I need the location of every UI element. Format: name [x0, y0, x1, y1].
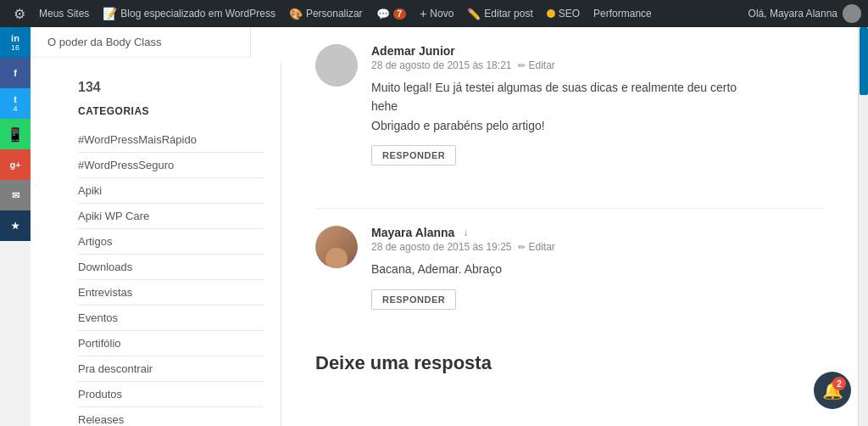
category-item-apiki[interactable]: Apiki	[78, 178, 264, 204]
comment-1-body: Ademar Junior 28 de agosto de 2015 às 18…	[371, 44, 824, 165]
top-article-link[interactable]: O poder da Body Class	[47, 36, 161, 48]
adminbar-new[interactable]: + Novo	[413, 0, 460, 27]
comment-2: Mayara Alanna ↓ 28 de agosto de 2015 às …	[315, 226, 824, 326]
twitter-count: 4	[13, 104, 17, 113]
social-whatsapp[interactable]: 📱	[0, 119, 31, 149]
notification-bell[interactable]: 🔔 2	[814, 372, 851, 409]
adminbar-blog[interactable]: 📝 Blog especializado em WordPress	[96, 0, 282, 27]
social-sidebar: in 16 f t 4 📱 g+ ✉ ★	[0, 27, 31, 241]
adminbar-new-label: Novo	[430, 8, 453, 20]
social-email[interactable]: ✉	[0, 180, 31, 210]
adminbar-comments-count: 7	[393, 8, 407, 20]
scroll-thumb	[860, 27, 868, 95]
avatar-circle-1	[315, 44, 358, 87]
comment-1-date: 28 de agosto de 2015 às 18:21	[371, 59, 511, 71]
avatar-photo-2	[315, 226, 358, 268]
comment-2-meta: 28 de agosto de 2015 às 19:25 ✏ Editar	[371, 241, 824, 253]
category-item-entrevistas[interactable]: Entrevistas	[78, 280, 264, 305]
category-item-wordpressmaisrapido[interactable]: #WordPressMaisRápido	[78, 127, 264, 153]
category-item-eventos[interactable]: Eventos	[78, 305, 264, 331]
main-content: Ademar Junior 28 de agosto de 2015 às 18…	[281, 27, 858, 426]
adminbar-edit-post[interactable]: ✏️ Editar post	[460, 0, 539, 27]
comment-1-edit[interactable]: ✏ Editar	[518, 59, 554, 71]
admin-bar: ⚙ Meus Sites 📝 Blog especializado em Wor…	[0, 0, 868, 27]
adminbar-my-sites-label: Meus Sites	[39, 8, 89, 20]
adminbar-seo[interactable]: SEO	[540, 0, 587, 27]
category-item-apiki-wp-care[interactable]: Apiki WP Care	[78, 204, 264, 229]
adminbar-performance-label: Performance	[593, 8, 652, 20]
greeting-text: Olá, Mayara Alanna	[748, 8, 837, 20]
notification-count: 2	[832, 377, 846, 390]
comment-2-text: Bacana, Ademar. Abraço	[371, 260, 824, 278]
category-item-releases[interactable]: Releases	[78, 407, 264, 426]
categories-heading: CATEGORIAS	[78, 105, 264, 117]
linkedin-count: 16	[11, 43, 19, 52]
comment-2-reply-button[interactable]: RESPONDER	[371, 289, 456, 310]
comment-2-body: Mayara Alanna ↓ 28 de agosto de 2015 às …	[371, 226, 824, 309]
comment-divider	[315, 208, 824, 209]
sidebar-counter: 134	[78, 80, 264, 95]
right-scrollbar[interactable]	[858, 27, 868, 426]
category-item-downloads[interactable]: Downloads	[78, 255, 264, 280]
adminbar-performance[interactable]: Performance	[587, 0, 659, 27]
category-item-portifolio[interactable]: Portifólio	[78, 331, 264, 356]
adminbar-greeting: Olá, Mayara Alanna	[748, 4, 861, 23]
adminbar-customize-label: Personalizar	[306, 8, 363, 20]
comment-2-date: 28 de agosto de 2015 às 19:25	[371, 241, 511, 253]
comment-1-author: Ademar Junior	[371, 44, 455, 58]
adminbar-customize[interactable]: 🎨 Personalizar	[282, 0, 370, 27]
category-item-wordpressseguro[interactable]: #WordPressSeguro	[78, 153, 264, 178]
comment-1-avatar	[315, 44, 358, 87]
adminbar-my-sites[interactable]: Meus Sites	[32, 0, 96, 27]
social-twitter[interactable]: t 4	[0, 88, 31, 119]
comment-1-text: Muito legal! Eu já testei algumas de sua…	[371, 78, 824, 135]
category-item-artigos[interactable]: Artigos	[78, 229, 264, 255]
category-item-produtos[interactable]: Produtos	[78, 382, 264, 407]
admin-symbol: ↓	[463, 227, 468, 238]
comment-2-author: Mayara Alanna	[371, 226, 454, 239]
social-facebook[interactable]: f	[0, 58, 31, 88]
comment-2-avatar	[315, 226, 358, 268]
adminbar-comments[interactable]: 💬 7	[370, 0, 414, 27]
adminbar-edit-label: Editar post	[484, 8, 532, 20]
category-item-pra-descontrair[interactable]: Pra descontrair	[78, 356, 264, 382]
category-list: #WordPressMaisRápido #WordPressSeguro Ap…	[78, 127, 264, 426]
comment-1-meta: 28 de agosto de 2015 às 18:21 ✏ Editar	[371, 59, 824, 71]
comment-1: Ademar Junior 28 de agosto de 2015 às 18…	[315, 44, 824, 182]
adminbar-seo-label: SEO	[559, 8, 580, 20]
adminbar-wp-icon[interactable]: ⚙	[7, 0, 32, 27]
top-article-area: O poder da Body Class	[31, 27, 251, 58]
comment-1-reply-button[interactable]: RESPONDER	[371, 145, 456, 165]
social-linkedin[interactable]: in 16	[0, 27, 31, 58]
left-sidebar: 134 CATEGORIAS #WordPressMaisRápido #Wor…	[61, 63, 281, 426]
adminbar-items: ⚙ Meus Sites 📝 Blog especializado em Wor…	[7, 0, 748, 27]
comment-2-edit[interactable]: ✏ Editar	[518, 241, 554, 253]
adminbar-blog-label: Blog especializado em WordPress	[120, 8, 275, 20]
social-googleplus[interactable]: g+	[0, 149, 31, 180]
leave-reply-heading: Deixe uma resposta	[315, 352, 824, 374]
social-bookmark[interactable]: ★	[0, 210, 31, 241]
